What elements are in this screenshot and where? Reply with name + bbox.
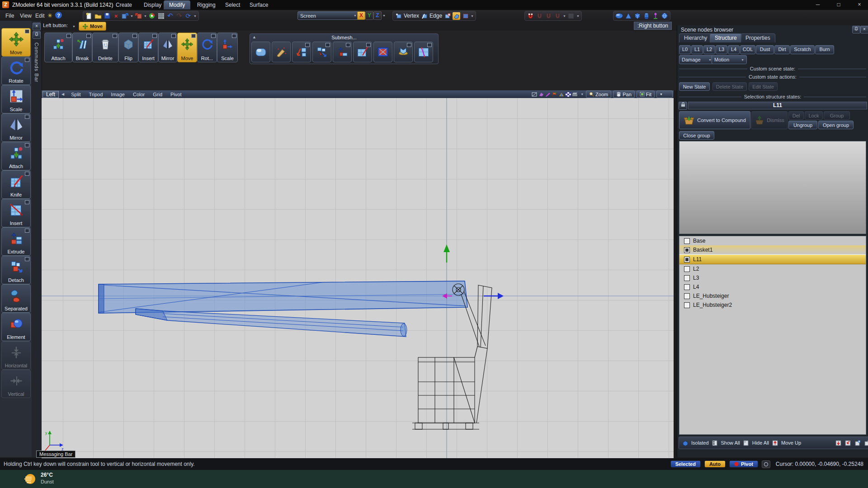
expand-corner-icon[interactable] xyxy=(25,143,29,147)
expand-corner-icon[interactable] xyxy=(86,34,91,38)
marker-pen-icon[interactable] xyxy=(544,91,551,97)
space-mode-dropdown[interactable]: Screen ▼ xyxy=(297,11,359,20)
expand-corner-icon[interactable] xyxy=(25,229,29,233)
layer-button-l3[interactable]: L3 xyxy=(716,45,727,54)
move-up-label[interactable]: Move Up xyxy=(781,440,801,446)
menu-file[interactable]: File xyxy=(3,12,17,20)
tool-attach-button[interactable]: Attach xyxy=(44,33,72,62)
tool-move-button[interactable]: Move xyxy=(177,33,197,62)
refresh-icon[interactable]: ⟳ xyxy=(184,12,192,20)
primitive-sphere2-icon[interactable] xyxy=(660,12,668,20)
layer-button-burn[interactable]: Burn xyxy=(815,45,834,54)
group-button[interactable]: Group xyxy=(824,111,850,120)
list-item[interactable]: L4 xyxy=(679,282,866,291)
expand-corner-icon[interactable] xyxy=(132,34,137,38)
list-item[interactable]: LE_Hubsteiger2 xyxy=(679,300,866,310)
pin-commands-icon[interactable] xyxy=(33,31,41,39)
node-checkbox[interactable] xyxy=(684,238,690,244)
sidebar-item-horizontal[interactable]: Horizontal xyxy=(1,341,31,370)
open-group-button[interactable]: Open group xyxy=(818,121,854,129)
motion-dropdown[interactable]: Motion ▼ xyxy=(712,55,747,64)
expand-corner-icon[interactable] xyxy=(191,34,196,38)
sidebar-item-insert[interactable]: Insert xyxy=(1,199,31,227)
primitive-cube-icon[interactable] xyxy=(633,12,641,20)
view-label[interactable]: Left xyxy=(42,91,59,98)
expand-corner-icon[interactable] xyxy=(171,34,176,38)
pivot-mode-button[interactable]: Pivot xyxy=(729,460,758,468)
tool-scale-button[interactable]: Scale xyxy=(217,33,238,62)
layer-button-dust[interactable]: Dust xyxy=(756,45,774,54)
sidebar-item-rotate[interactable]: Rotate xyxy=(1,56,31,85)
weather-desc[interactable]: Dunst xyxy=(41,479,54,484)
viewport-menu-pivot[interactable]: Pivot xyxy=(166,92,185,97)
edge-mode-icon[interactable] xyxy=(420,12,428,20)
expand-corner-icon[interactable] xyxy=(25,58,29,62)
snap-grid-icon[interactable] xyxy=(554,12,561,20)
view-back-icon[interactable]: ◀ xyxy=(59,92,67,96)
plugin-icon[interactable]: ✳ xyxy=(46,12,54,19)
expand-corner-icon[interactable] xyxy=(25,29,29,33)
minimize-button[interactable]: ─ xyxy=(809,0,826,9)
axis-x-toggle[interactable]: X xyxy=(357,11,365,20)
selected-mode-button[interactable]: Selected xyxy=(670,460,701,468)
node-checkbox[interactable] xyxy=(684,293,690,299)
tab-surface[interactable]: Surface xyxy=(244,0,274,9)
axis-y-toggle[interactable]: Y xyxy=(365,11,373,20)
submesh-edgeloop-icon[interactable] xyxy=(414,42,433,62)
new-state-button[interactable]: New State xyxy=(679,82,710,91)
damage-dropdown[interactable]: Damage ▼ xyxy=(679,55,714,64)
delete-state-button[interactable]: Delete State xyxy=(712,82,747,91)
submesh-collapse-icon[interactable] xyxy=(292,42,311,62)
axis-overflow-icon[interactable]: ▼ xyxy=(382,14,386,17)
tab-select[interactable]: Select xyxy=(220,0,245,9)
edge-mode-label[interactable]: Edge xyxy=(429,13,442,19)
tab-display[interactable]: Display xyxy=(138,0,167,9)
axis-lock-indicator[interactable] xyxy=(762,460,770,468)
node-checkbox[interactable] xyxy=(684,275,690,281)
menu-view[interactable]: View xyxy=(17,12,34,20)
layer-button-l2[interactable]: L2 xyxy=(703,45,715,54)
snap-overflow-icon[interactable]: ▼ xyxy=(576,14,580,18)
expand-corner-icon[interactable] xyxy=(25,200,29,204)
node-checkbox[interactable] xyxy=(684,284,690,290)
tab-properties[interactable]: Properties xyxy=(741,33,775,42)
snap-target-icon[interactable] xyxy=(567,12,575,20)
redo-icon[interactable]: ↷ xyxy=(175,12,183,20)
submesh-triangulate-icon[interactable] xyxy=(373,42,392,62)
pan-button[interactable]: Pan xyxy=(613,90,635,98)
list-item[interactable]: Basket1 xyxy=(679,245,866,254)
import-icon[interactable] xyxy=(135,12,142,20)
panel-close-icon[interactable]: × xyxy=(860,26,868,33)
layer-button-l4[interactable]: L4 xyxy=(728,45,740,54)
checker-texture-icon[interactable] xyxy=(565,91,571,97)
tool-rotate-button[interactable]: Rot... xyxy=(197,33,217,62)
snap-face-icon[interactable] xyxy=(545,12,552,20)
tab-structure[interactable]: Structure xyxy=(710,33,742,42)
expand-corner-icon[interactable] xyxy=(113,34,117,38)
panel-pin-icon[interactable] xyxy=(852,26,860,33)
dismiss-button[interactable]: Dismiss xyxy=(751,111,788,129)
expand-corner-icon[interactable] xyxy=(25,172,29,176)
tool-delete-button[interactable]: Delete xyxy=(92,33,118,62)
sidebar-item-mirror[interactable]: Mirror xyxy=(1,113,31,142)
isolated-icon[interactable] xyxy=(682,440,689,446)
submesh-smooth-icon[interactable] xyxy=(251,42,270,62)
axis-z-toggle[interactable]: Z xyxy=(373,11,382,20)
isolated-label[interactable]: Isolated xyxy=(691,440,709,446)
edit-state-button[interactable]: Edit State xyxy=(749,82,778,91)
selected-boom-mesh[interactable] xyxy=(99,281,467,313)
telescopic-boom-mesh[interactable] xyxy=(136,309,407,337)
tab-create[interactable]: Create xyxy=(110,0,137,9)
primitive-cone-icon[interactable] xyxy=(624,12,632,20)
group-overflow-icon[interactable]: ▼ xyxy=(193,14,197,18)
import-caret-icon[interactable]: ▼ xyxy=(144,14,147,18)
left-button-caret-icon[interactable]: ▼ xyxy=(72,25,75,28)
undo-icon[interactable]: ↶ xyxy=(166,12,174,20)
auto-mode-button[interactable]: Auto xyxy=(704,460,726,468)
open-file-icon[interactable] xyxy=(94,12,102,20)
export-icon[interactable] xyxy=(121,12,129,20)
tool-mirror-button[interactable]: Mirror xyxy=(158,33,177,62)
close-group-button[interactable]: Close group xyxy=(679,131,714,140)
layer-button-dirt[interactable]: Dirt xyxy=(774,45,790,54)
save-icon[interactable] xyxy=(103,12,111,20)
